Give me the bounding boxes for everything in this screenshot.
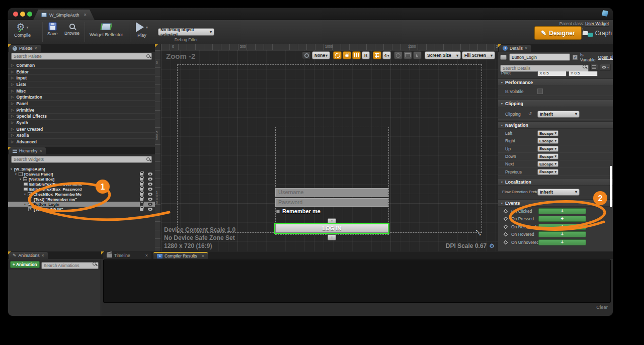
preview-background-button[interactable] [404, 51, 412, 59]
expander-icon[interactable]: ▼ [24, 193, 26, 196]
palette-category-panel[interactable]: ▷Panel [8, 101, 155, 107]
hierarchy-row-text-log-in[interactable]: T[Text] "LOG IN" [8, 207, 155, 212]
debug-object-dropdown[interactable]: No debug object selected ▾ [158, 28, 214, 36]
performance-section-header[interactable]: ▼ Performance [498, 78, 613, 86]
screen-size-dropdown[interactable]: Screen Size▾ [425, 51, 461, 59]
details-scrollbar[interactable] [610, 166, 612, 207]
navigation-dropdown-up[interactable]: Escape▾ [537, 146, 558, 152]
palette-category-synth[interactable]: ▷Synth [8, 120, 155, 126]
lock-icon[interactable] [140, 178, 143, 181]
minimize-traffic-light[interactable] [20, 12, 25, 17]
hierarchy-row-editabletextbox-username[interactable]: EditableTextBox_Username [8, 182, 155, 187]
add-event-button-on-pressed[interactable]: + [538, 216, 586, 222]
visibility-icon[interactable] [148, 188, 152, 191]
visibility-icon[interactable] [148, 178, 152, 181]
compile-button[interactable]: ⚙ ✓ ▾ Compile [14, 22, 31, 38]
password-textbox-widget[interactable]: Password [275, 198, 388, 207]
parent-class-value[interactable]: User Widget [585, 21, 609, 26]
visibility-icon[interactable] [148, 172, 152, 176]
palette-tab[interactable]: Palette × [9, 45, 41, 52]
hierarchy-tab[interactable]: Hierarchy × [9, 147, 46, 154]
close-icon[interactable]: × [202, 253, 204, 258]
add-event-button-on-hovered[interactable]: + [538, 231, 586, 237]
palette-category-advanced[interactable]: ▷Advanced [8, 139, 155, 145]
palette-category-common[interactable]: ▷Common [8, 62, 155, 69]
reset-icon[interactable]: ↺ [528, 112, 532, 116]
navigation-dropdown-down[interactable]: Escape▾ [537, 153, 558, 159]
expander-icon[interactable]: ▼ [24, 203, 26, 206]
compiler-results-output[interactable] [103, 260, 611, 303]
add-event-button-on-clicked[interactable]: + [538, 208, 586, 214]
close-icon[interactable]: × [145, 253, 148, 258]
clipping-section-header[interactable]: ▼ Clipping [498, 100, 613, 107]
widget-reflector-button[interactable]: Widget Reflector [90, 22, 123, 37]
designer-mode-button[interactable]: ✎ Designer [534, 26, 582, 40]
navigation-dropdown-right[interactable]: Escape▾ [537, 138, 558, 144]
localization-section-header[interactable]: ▼ Localization [498, 178, 613, 186]
property-matrix-button[interactable] [590, 64, 598, 71]
clipping-dropdown[interactable]: Inherit ▾ [537, 111, 580, 118]
lock-icon[interactable] [140, 198, 143, 201]
resize-handle-icon[interactable]: ↖ ↘ [475, 229, 481, 235]
hierarchy-row-text-remember-me[interactable]: T[Text] "Remember me" [8, 197, 155, 202]
transform-mode-button[interactable] [394, 51, 403, 59]
navigation-dropdown-previous[interactable]: Escape▾ [537, 169, 558, 175]
is-variable-checkbox[interactable]: ✓ [573, 55, 578, 60]
palette-category-misc[interactable]: ▷Misc [8, 88, 155, 95]
expander-icon[interactable]: ▼ [10, 167, 13, 170]
is-volatile-checkbox[interactable] [537, 89, 543, 94]
hierarchy-row-vertical-box[interactable]: ▼[Vertical Box] [8, 177, 155, 182]
grid-size-stepper[interactable]: 4▾ [382, 51, 391, 59]
clear-button[interactable]: Clear [596, 304, 608, 310]
checkbox-icon[interactable] [276, 210, 280, 213]
grid-snap-button[interactable] [373, 51, 381, 59]
flip-preview-button[interactable] [413, 51, 422, 59]
pivot-x-field[interactable]: X 0.5 [537, 71, 567, 76]
lock-icon[interactable] [140, 208, 143, 211]
hierarchy-row-button-login[interactable]: ▼Button_Login [8, 202, 155, 207]
visibility-icon[interactable] [148, 198, 152, 201]
maximize-traffic-light[interactable] [27, 12, 32, 17]
details-search-input[interactable] [500, 65, 589, 72]
navigation-dropdown-next[interactable]: Escape▾ [537, 161, 558, 167]
close-icon[interactable]: × [525, 46, 527, 51]
expander-icon[interactable]: ▼ [19, 178, 22, 181]
compile-caret-icon[interactable]: ▾ [27, 25, 29, 30]
lock-icon[interactable] [140, 193, 143, 196]
visibility-icon[interactable] [148, 208, 152, 211]
palette-category-optimization[interactable]: ▷Optimization [8, 94, 155, 101]
preview-none-dropdown[interactable]: None▾ [312, 51, 330, 59]
palette-category-special-effects[interactable]: ▷Special Effects [8, 114, 155, 120]
timeline-tab[interactable]: Timeline × [103, 252, 151, 259]
palette-category-editor[interactable]: ▷Editor [8, 69, 155, 75]
visibility-icon[interactable] [148, 183, 152, 186]
lock-icon[interactable] [140, 173, 143, 176]
document-tab[interactable]: W_SimpleAuth × [33, 10, 95, 20]
respect-locks-button[interactable]: R [362, 51, 370, 59]
hierarchy-row-editabletextbox-password[interactable]: EditableTextBox_Password [8, 187, 155, 192]
design-viewport[interactable]: Zoom -2 None▾ R 4▾ Screen Size▾ [161, 50, 498, 251]
play-button[interactable]: ▾ Play [136, 22, 148, 38]
palette-category-input[interactable]: ▷Input [8, 75, 155, 81]
outline-mode-button[interactable] [352, 51, 361, 59]
compiler-results-tab[interactable]: » Compiler Results × [153, 252, 208, 259]
hierarchy-row-w-simpleauth[interactable]: ▼[W_SimpleAuth] [8, 166, 155, 171]
animations-tab[interactable]: ✎ Animations × [9, 252, 48, 259]
navigation-dropdown-left[interactable]: Escape▾ [537, 130, 558, 136]
localization-globe-button[interactable] [302, 51, 311, 59]
move-down-handle[interactable]: ↓ [328, 234, 336, 240]
fill-screen-dropdown[interactable]: Fill Screen▾ [462, 51, 495, 59]
play-caret-icon[interactable]: ▾ [146, 25, 148, 30]
add-event-button-on-released[interactable]: + [538, 224, 586, 230]
animations-search-input[interactable] [41, 262, 99, 269]
login-button-widget[interactable]: LOG IN [274, 223, 389, 234]
hierarchy-search-input[interactable] [11, 156, 152, 163]
add-animation-button[interactable]: + Animation [10, 261, 40, 268]
remember-me-checkbox-widget[interactable]: Remember me [276, 208, 320, 214]
palette-category-lists[interactable]: ▷Lists [8, 81, 155, 88]
palette-search-input[interactable] [11, 53, 152, 60]
close-icon[interactable]: × [84, 13, 87, 18]
navigation-section-header[interactable]: ▼ Navigation [498, 121, 613, 129]
add-event-button-on-unhovered[interactable]: + [538, 239, 586, 245]
close-icon[interactable]: × [39, 148, 42, 153]
